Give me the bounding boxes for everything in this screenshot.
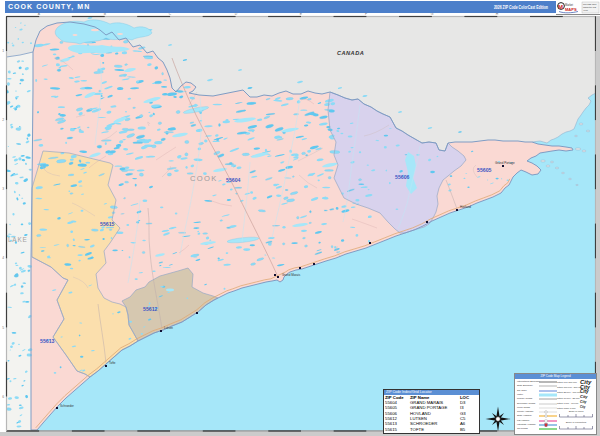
svg-text:MarketMAPS: MarketMAPS (583, 6, 596, 8)
svg-text:55613: 55613 (40, 338, 55, 344)
svg-text:Grand Portage: Grand Portage (495, 161, 515, 165)
svg-text:4: 4 (2, 256, 4, 260)
svg-text:55604: 55604 (226, 177, 241, 183)
svg-text:2: 2 (2, 118, 4, 122)
svg-text:.com: .com (583, 9, 588, 11)
svg-text:Tofte: Tofte (109, 361, 116, 365)
svg-text:5: 5 (2, 326, 4, 330)
svg-text:1: 1 (2, 49, 4, 53)
svg-text:3: 3 (2, 187, 4, 191)
svg-text:MAPS: MAPS (565, 6, 577, 11)
svg-text:F: F (365, 12, 367, 16)
svg-text:A: A (38, 12, 41, 16)
svg-text:Hovland: Hovland (460, 205, 471, 209)
svg-text:6: 6 (2, 395, 4, 399)
svg-text:55606: 55606 (395, 174, 410, 180)
svg-text:H: H (496, 12, 499, 16)
svg-text:LAKE: LAKE (8, 236, 28, 243)
svg-text:D: D (235, 12, 238, 16)
svg-text:CANADA: CANADA (337, 50, 364, 56)
svg-text:COOK: COOK (190, 174, 218, 183)
svg-text:Scale in Miles: Scale in Miles (569, 410, 585, 413)
svg-text:E: E (300, 12, 303, 16)
svg-text:B: B (104, 12, 107, 16)
svg-text:Schroeder: Schroeder (60, 404, 74, 408)
svg-text:55615: 55615 (100, 221, 115, 227)
svg-text:G: G (431, 12, 434, 16)
svg-text:55605: 55605 (477, 167, 492, 173)
svg-text:Lutsen: Lutsen (164, 326, 173, 330)
svg-text:Scale in Kilometers: Scale in Kilometers (566, 421, 587, 424)
svg-text:55612: 55612 (143, 306, 158, 312)
svg-text:C: C (169, 12, 172, 16)
svg-text:Grand Marais: Grand Marais (282, 273, 301, 277)
svg-text:M: M (558, 3, 563, 9)
svg-text:800.123.4567: 800.123.4567 (583, 3, 597, 5)
